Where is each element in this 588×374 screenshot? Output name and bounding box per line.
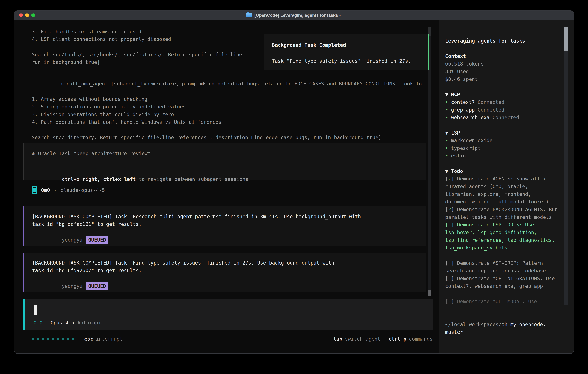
lsp-section: ▼ LSP •markdown-oxide •typescript •eslin…	[445, 129, 561, 160]
spinner-dot	[67, 338, 69, 340]
window-title: [OpenCode] Leveraging agents for tasks ◐	[254, 13, 342, 18]
tab-key-label: switch agent	[345, 335, 380, 343]
esc-key-label: interrupt	[96, 335, 122, 343]
app-window: [OpenCode] Leveraging agents for tasks ◐…	[14, 10, 574, 354]
oracle-task-title: ◉ Oracle Task "Deep architecture review"	[32, 150, 426, 157]
esc-key-hint[interactable]: esc	[84, 335, 93, 343]
workspace-repo: oh-my-opencode:	[502, 322, 546, 327]
zoom-window-button[interactable]	[31, 13, 35, 17]
tool-call-line: 4. Path operations that don't handle Win…	[32, 118, 425, 126]
shortcut-keys: ctrl+x right, ctrl+x left	[62, 176, 136, 182]
workspace-path: ~/local-workspaces/oh-my-opencode: maste…	[445, 321, 558, 336]
todo-item-pending: [ ] Demonstrate MULTIMODAL: Use	[445, 298, 558, 305]
spinner-dot	[52, 338, 54, 340]
separator-dot: ·	[54, 187, 57, 194]
session-title: Leveraging agents for tasks	[445, 37, 561, 45]
agent-header: OmO · claude-opus-4-5	[32, 186, 105, 194]
todo-item-active: [ ] Demonstrate LSP TOOLS: Use lsp_hover…	[445, 221, 558, 252]
prompt-input[interactable]: OmO Opus 4.5 Anthropic	[23, 299, 433, 330]
git-branch: master	[445, 328, 558, 336]
scrollbar-thumb[interactable]	[428, 290, 431, 296]
traffic-lights	[19, 11, 35, 20]
spinner-dot	[72, 338, 74, 340]
spinner-dot	[57, 338, 59, 340]
chat-main-area: 3. File handles or streams not closed 4.…	[14, 20, 436, 353]
status-dot-icon: •	[445, 153, 448, 159]
oracle-task-card[interactable]: ◉ Oracle Task "Deep architecture review"…	[23, 143, 426, 180]
model-row: OmO Opus 4.5 Anthropic	[33, 319, 104, 327]
status-dot-icon: •	[445, 107, 448, 113]
shortcut-hint: to navigate between subagent sessions	[136, 176, 248, 182]
scrollbar-thumb[interactable]	[564, 27, 568, 51]
task-message-line: task_id="bg_6f59260c" to get results.	[32, 267, 426, 274]
opencode-version-row: •OpenCode1.0.163	[445, 351, 561, 354]
mcp-item: •context7Connected	[445, 98, 561, 106]
task-message-line: [BACKGROUND TASK COMPLETED] Task "Find t…	[32, 259, 426, 267]
mcp-item: •grep_appConnected	[445, 106, 561, 114]
input-agent-name: OmO	[33, 319, 42, 327]
toast-notification[interactable]: Background Task Completed Task "Find typ…	[264, 34, 429, 70]
ctrlp-key-label: commands	[409, 335, 433, 343]
task-user: yeongyu	[62, 283, 83, 289]
folder-icon	[246, 13, 252, 18]
background-task-card[interactable]: [BACKGROUND TASK COMPLETED] Task "Find t…	[23, 253, 426, 292]
check-icon: ✓	[448, 207, 451, 212]
mcp-section: ▼ MCP •context7Connected •grep_appConnec…	[445, 91, 561, 121]
task-message-line: [BACKGROUND TASK COMPLETED] Task "Resear…	[32, 213, 426, 220]
status-dot-icon: •	[445, 114, 448, 120]
tool-call-line: 3. Division operations that could divide…	[32, 111, 425, 118]
context-tokens: 66,518 tokens	[445, 60, 561, 68]
todo-item-done: [✓] Demonstrate AGENTS: Show all 7 curat…	[445, 175, 558, 206]
agent-model: claude-opus-4-5	[61, 187, 105, 194]
queued-badge: QUEUED	[86, 282, 108, 290]
session-sidebar: Leveraging agents for tasks Context 66,5…	[439, 20, 574, 353]
minimize-window-button[interactable]	[25, 13, 29, 17]
status-dot-icon: •	[445, 99, 448, 105]
status-bar: esc interrupt tab switch agent ctrl+p co…	[32, 335, 433, 343]
spinner-dot	[37, 338, 39, 340]
title-bar: [OpenCode] Leveraging agents for tasks ◐	[14, 11, 574, 20]
queued-badge: QUEUED	[86, 236, 108, 244]
background-task-card[interactable]: [BACKGROUND TASK COMPLETED] Task "Resear…	[23, 206, 426, 246]
workspace-path-prefix: ~/local-workspaces/	[445, 322, 502, 327]
lsp-item: •typescript	[445, 144, 561, 152]
context-section: Context 66,518 tokens 33% used $0.46 spe…	[445, 52, 561, 83]
todo-item-pending: [ ] Demonstrate AST-GREP: Pattern search…	[445, 259, 558, 275]
lsp-item: •markdown-oxide	[445, 137, 561, 144]
tool-call-line: call_omo_agent [subagent_type=explore, p…	[66, 81, 425, 87]
todo-heading[interactable]: ▼ Todo	[445, 167, 558, 175]
spinner-dot	[62, 338, 64, 340]
tab-key-hint[interactable]: tab	[333, 335, 342, 343]
todo-section: ▼ Todo [✓] Demonstrate AGENTS: Show all …	[445, 167, 558, 305]
gear-icon: ⚙	[62, 81, 64, 87]
status-dot-icon: •	[445, 137, 448, 143]
ctrlp-key-hint[interactable]: ctrl+p	[388, 335, 406, 343]
tool-call-line	[32, 126, 425, 134]
input-provider-name: Anthropic	[77, 319, 104, 327]
sidebar-scrollbar[interactable]	[564, 27, 568, 305]
context-heading: Context	[445, 52, 561, 60]
lsp-heading[interactable]: ▼ LSP	[445, 129, 561, 137]
tool-call-line: Search src/ directory. Return specific f…	[32, 134, 425, 141]
toast-title: Background Task Completed	[272, 41, 428, 49]
spinner-dots	[32, 338, 74, 340]
todo-item-done: [✓] Demonstrate BACKGROUND AGENTS: Run p…	[445, 206, 558, 221]
spinner-dot	[32, 338, 34, 340]
spinner-dot	[47, 338, 49, 340]
tool-call-block: ⚙call_omo_agent [subagent_type=explore, …	[32, 72, 425, 141]
tool-call-line: 1. Array access without bounds checking	[32, 95, 425, 103]
task-user: yeongyu	[62, 237, 83, 243]
mcp-heading[interactable]: ▼ MCP	[445, 91, 561, 98]
close-window-button[interactable]	[19, 13, 23, 17]
input-model-name: Opus 4.5	[51, 319, 74, 327]
omo-agent-icon	[32, 186, 37, 194]
context-spent: $0.46 spent	[445, 75, 561, 83]
lsp-item: •eslint	[445, 152, 561, 160]
status-dot-icon: •	[445, 145, 448, 151]
context-used: 33% used	[445, 68, 561, 75]
toast-body: Task "Find type safety issues" finished …	[272, 57, 428, 65]
text-cursor	[33, 305, 37, 315]
task-message-line: task_id="bg_dcfac161" to get results.	[32, 220, 426, 228]
tool-call-line: 2. String operations on potentially unde…	[32, 103, 425, 111]
agent-name: OmO	[41, 187, 50, 194]
